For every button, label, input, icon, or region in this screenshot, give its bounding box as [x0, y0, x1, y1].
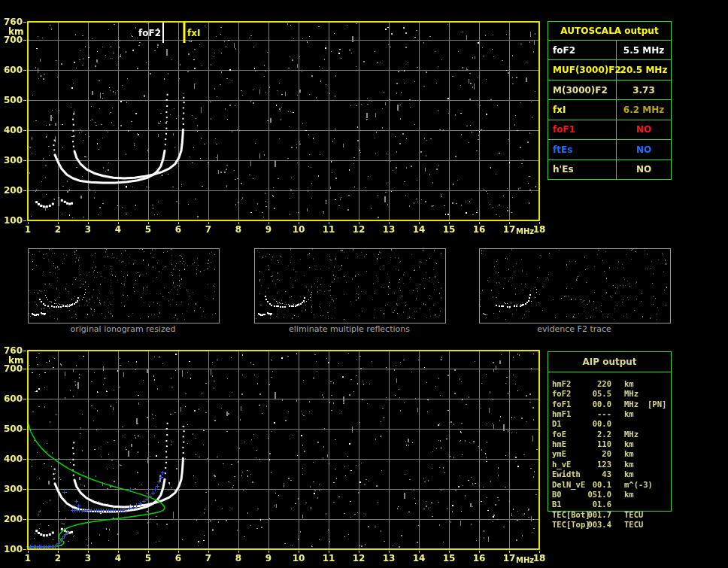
aip-value: 05.5 — [578, 389, 611, 399]
aip-unit: MHz — [624, 399, 639, 409]
aip-row: DelN_vE00.1m^(-3) — [548, 480, 671, 490]
autoscala-value: NO — [617, 120, 671, 139]
autoscala-screen: Rome (lat: +41.8, lon: 012.5) - DATE: 20… — [0, 0, 728, 568]
autoscala-param: h'Es — [548, 160, 617, 179]
thumbnail-evidence-canvas — [480, 249, 669, 321]
aip-row: B0051.0km — [548, 490, 671, 500]
autoscala-table-title: AUTOSCALA output — [548, 22, 671, 41]
autoscala-param: foF1 — [548, 120, 617, 139]
autoscala-row: fxI6.2 MHz — [548, 100, 671, 120]
aip-value: 001.7 — [578, 510, 611, 520]
autoscala-row: h'EsNO — [548, 160, 671, 179]
aip-unit: km — [624, 449, 634, 459]
aip-row: hmF1---km — [548, 409, 671, 419]
autoscala-value: NO — [617, 160, 671, 179]
aip-value: 051.0 — [578, 490, 611, 500]
aip-row: foF100.0MHz[PN] — [548, 399, 671, 409]
autoscala-row: MUF(3000)F220.5 MHz — [548, 60, 671, 80]
autoscala-value: 6.2 MHz — [617, 100, 671, 119]
autoscala-row: foF25.5 MHz — [548, 41, 671, 60]
aip-value: 110 — [578, 439, 611, 449]
aip-row: hmF2220km — [548, 379, 671, 389]
aip-name: hmF1 — [552, 409, 571, 419]
autoscala-param: foF2 — [548, 41, 617, 59]
aip-value: 003.4 — [578, 520, 611, 530]
autoscala-row: M(3000)F23.73 — [548, 80, 671, 100]
fxi-marker-label: fxI — [187, 28, 200, 38]
autoscala-value: 3.73 — [617, 80, 671, 99]
aip-name: h_vE — [552, 460, 571, 469]
thumbnail-original-canvas — [29, 249, 217, 321]
aip-name: hmE — [552, 439, 566, 449]
autoscala-value: 20.5 MHz — [617, 60, 671, 79]
autoscala-table-rows: foF25.5 MHzMUF(3000)F220.5 MHzM(3000)F23… — [548, 41, 671, 179]
aip-unit: km — [624, 460, 634, 469]
aip-unit: MHz — [624, 430, 639, 439]
fof2-marker-label: foF2 — [128, 28, 161, 38]
autoscala-param: MUF(3000)F2 — [548, 60, 617, 79]
autoscala-row: foF1NO — [548, 120, 671, 140]
aip-row: ymE20km — [548, 449, 671, 459]
aip-unit: TECU — [624, 510, 643, 520]
aip-unit: TECU — [624, 520, 643, 530]
aip-value: 43 — [578, 469, 611, 479]
aip-value: 00.0 — [578, 399, 611, 409]
autoscala-value: NO — [617, 140, 671, 159]
autoscala-row: ftEsNO — [548, 140, 671, 159]
aip-value: --- — [578, 409, 611, 419]
aip-output-panel: AIP output hmF2220kmfoF205.5MHzfoF100.0M… — [548, 351, 672, 512]
aip-value: 20 — [578, 449, 611, 459]
aip-value: 00.0 — [578, 419, 611, 429]
thumbnail-caption-eliminate: eliminate multiple reflections — [253, 324, 445, 334]
aip-name: foE — [552, 430, 566, 439]
autoscala-output-table: AUTOSCALA output foF25.5 MHzMUF(3000)F22… — [548, 21, 672, 180]
aip-unit: km — [624, 379, 634, 389]
aip-unit: km — [624, 490, 634, 500]
aip-value: 2.2 — [578, 430, 611, 439]
aip-value: 01.6 — [578, 500, 611, 509]
aip-unit: m^(-3) — [624, 480, 653, 490]
aip-name: foF2 — [552, 389, 571, 399]
autoscala-param: M(3000)F2 — [548, 80, 617, 99]
aip-row: TEC[Bot]001.7TECU — [548, 510, 671, 520]
aip-name: hmF2 — [552, 379, 571, 389]
aip-value: 00.1 — [578, 480, 611, 490]
aip-name: foF1 — [552, 399, 571, 409]
aip-unit: km — [624, 409, 634, 419]
aip-name: B1 — [552, 500, 562, 509]
aip-unit: km — [624, 469, 634, 479]
thumbnail-caption-original: original ionogram resized — [27, 324, 219, 334]
aip-row: TEC[Top]003.4TECU — [548, 520, 671, 530]
aip-row: Ewidth43km — [548, 469, 671, 479]
thumbnail-eliminate-canvas — [255, 249, 444, 321]
thumbnail-caption-evidence: evidence F2 trace — [478, 324, 670, 334]
autoscala-param: fxI — [548, 100, 617, 119]
thumbnail-eliminate-reflections — [254, 248, 446, 323]
aip-unit: MHz — [624, 389, 639, 399]
autoscala-param: ftEs — [548, 140, 617, 159]
aip-name: Ewidth — [552, 469, 581, 479]
aip-row: foF205.5MHz — [548, 389, 671, 399]
aip-note: [PN] — [648, 399, 666, 409]
aip-panel-rows: hmF2220kmfoF205.5MHzfoF100.0MHz[PN]hmF1-… — [548, 352, 671, 533]
aip-value: 123 — [578, 460, 611, 469]
thumbnail-original-ionogram — [28, 248, 220, 323]
aip-name: B0 — [552, 490, 562, 500]
thumbnail-evidence-f2 — [479, 248, 671, 323]
aip-row: h_vE123km — [548, 460, 671, 469]
aip-row: B101.6 — [548, 500, 671, 509]
aip-unit: km — [624, 439, 634, 449]
autoscala-value: 5.5 MHz — [617, 41, 671, 59]
aip-name: D1 — [552, 419, 562, 429]
aip-row: hmE110km — [548, 439, 671, 449]
aip-row: D100.0 — [548, 419, 671, 429]
aip-row: foE2.2MHz — [548, 430, 671, 439]
aip-name: ymE — [552, 449, 566, 459]
aip-value: 220 — [578, 379, 611, 389]
